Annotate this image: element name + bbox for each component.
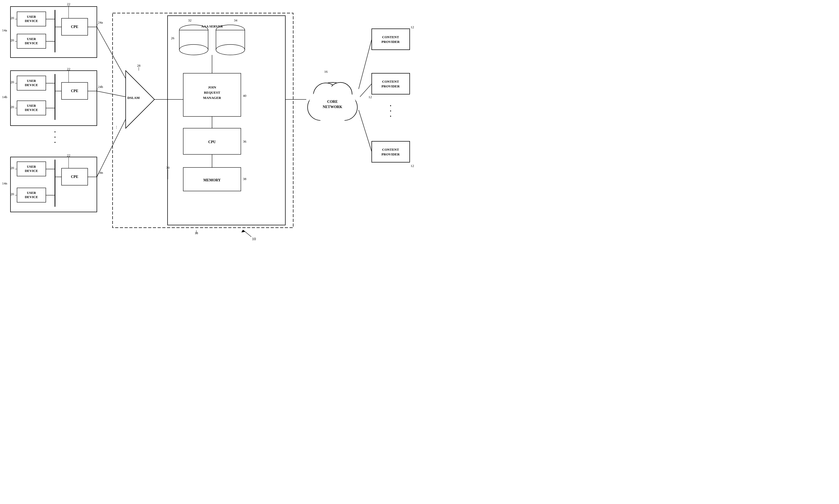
- svg-text:USER: USER: [27, 104, 36, 108]
- svg-text::: :: [116, 125, 117, 129]
- svg-text:USER: USER: [27, 191, 36, 195]
- svg-text:CONTENT: CONTENT: [382, 148, 399, 151]
- svg-text:•: •: [54, 135, 56, 140]
- svg-text:USER: USER: [27, 79, 36, 83]
- svg-text:DEVICE: DEVICE: [25, 169, 38, 173]
- svg-text:REQUEST: REQUEST: [204, 91, 220, 94]
- svg-text:DEVICE: DEVICE: [25, 19, 38, 23]
- svg-text:20: 20: [11, 105, 14, 109]
- svg-text:USER: USER: [27, 37, 36, 41]
- svg-rect-122: [372, 29, 410, 50]
- svg-text:20: 20: [11, 192, 14, 196]
- svg-text:14a: 14a: [2, 28, 7, 32]
- svg-text:CORE: CORE: [327, 100, 338, 104]
- svg-text:32: 32: [188, 18, 192, 22]
- svg-text:20: 20: [11, 166, 14, 170]
- svg-text:USER: USER: [27, 15, 36, 19]
- svg-line-139: [359, 110, 372, 152]
- svg-text:DEVICE: DEVICE: [25, 41, 38, 45]
- svg-text:36: 36: [243, 140, 247, 143]
- svg-text:•: •: [390, 114, 391, 119]
- svg-text:CPU: CPU: [208, 140, 216, 144]
- svg-text:30: 30: [166, 166, 169, 169]
- svg-text:PROVIDER: PROVIDER: [381, 84, 400, 88]
- svg-text:24b: 24b: [98, 85, 103, 89]
- svg-line-137: [359, 39, 372, 89]
- svg-rect-94: [183, 73, 241, 116]
- svg-text:JOIN: JOIN: [208, 85, 216, 89]
- svg-text:PROVIDER: PROVIDER: [381, 152, 400, 156]
- svg-text:•: •: [390, 109, 391, 113]
- svg-text:NETWORK: NETWORK: [323, 105, 342, 109]
- main-svg: USER DEVICE USER DEVICE CPE 22 20 20: [0, 0, 420, 252]
- svg-text:34: 34: [234, 18, 238, 22]
- svg-text:CPE: CPE: [71, 25, 78, 29]
- svg-text:•: •: [54, 140, 56, 145]
- diagram: USER DEVICE USER DEVICE CPE 22 20 20: [0, 0, 420, 252]
- svg-text:28: 28: [137, 64, 141, 68]
- svg-text:14b: 14b: [2, 95, 7, 99]
- svg-point-118: [309, 86, 356, 123]
- svg-point-88: [216, 44, 245, 55]
- svg-text:MEMORY: MEMORY: [203, 178, 221, 182]
- svg-line-141: [244, 230, 251, 237]
- svg-text:22: 22: [67, 2, 70, 6]
- svg-text:14n: 14n: [2, 181, 7, 185]
- svg-text:•: •: [54, 130, 56, 134]
- svg-text:26: 26: [171, 36, 175, 40]
- svg-text:12: 12: [411, 164, 414, 168]
- svg-text:16: 16: [324, 70, 328, 74]
- svg-text:24n: 24n: [98, 170, 103, 175]
- svg-text:CPE: CPE: [71, 175, 78, 179]
- svg-text:24a: 24a: [98, 20, 103, 24]
- svg-text:12: 12: [369, 95, 372, 99]
- svg-text:DEVICE: DEVICE: [25, 83, 38, 87]
- svg-text:DEVICE: DEVICE: [25, 195, 38, 199]
- svg-text:PROVIDER: PROVIDER: [381, 40, 400, 44]
- svg-text:20: 20: [11, 38, 14, 42]
- svg-text:DEVICE: DEVICE: [25, 108, 38, 112]
- svg-text:40: 40: [243, 94, 246, 97]
- svg-text:12: 12: [411, 25, 414, 29]
- svg-text:10: 10: [252, 237, 256, 241]
- svg-text:CONTENT: CONTENT: [382, 35, 399, 39]
- svg-text:38: 38: [243, 177, 246, 181]
- svg-point-85: [179, 44, 208, 55]
- svg-text:22: 22: [67, 154, 70, 157]
- svg-text:CONTENT: CONTENT: [382, 79, 399, 84]
- svg-rect-126: [372, 73, 410, 94]
- svg-text:DSLAM: DSLAM: [127, 96, 140, 100]
- svg-text:CPE: CPE: [71, 89, 78, 93]
- svg-text:20: 20: [11, 80, 14, 84]
- svg-text:AAA SERVER: AAA SERVER: [201, 24, 223, 28]
- svg-text:USER: USER: [27, 165, 36, 168]
- svg-text:22: 22: [67, 67, 70, 71]
- svg-text:•: •: [390, 104, 391, 108]
- svg-rect-133: [372, 141, 410, 162]
- svg-text:MANAGER: MANAGER: [203, 96, 221, 100]
- svg-text:20: 20: [11, 16, 14, 20]
